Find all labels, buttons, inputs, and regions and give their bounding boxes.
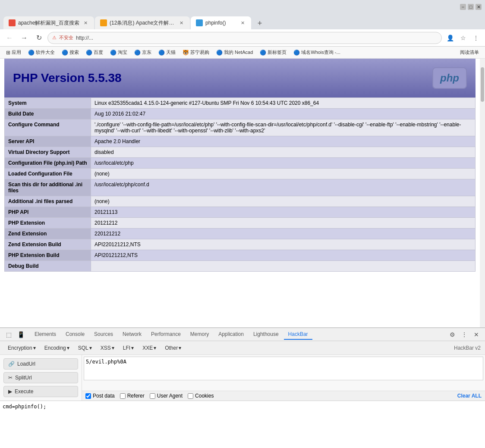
taobao-icon: 🔵 bbox=[110, 50, 117, 56]
hackbar-menu-other[interactable]: Other ▾ bbox=[161, 343, 185, 353]
post-data-label: Post data bbox=[93, 393, 115, 399]
referer-checkbox[interactable] bbox=[120, 393, 126, 399]
page-content-area: PHP Version 5.5.38 php SystemLinux e3253… bbox=[0, 59, 485, 327]
bookmark-search[interactable]: 🔵 搜索 bbox=[59, 48, 82, 56]
bookmark-baidu[interactable]: 🔵 百度 bbox=[83, 48, 106, 56]
bookmark-whois[interactable]: 🔵 域名Whois查询 -... bbox=[291, 48, 343, 56]
hackbar-url-input[interactable] bbox=[84, 357, 483, 380]
post-data-checkbox-label[interactable]: Post data bbox=[85, 393, 115, 399]
devtools-more-icon[interactable]: ⋮ bbox=[459, 329, 469, 340]
close-button[interactable]: ✕ bbox=[476, 4, 482, 10]
user-agent-checkbox-label[interactable]: User Agent bbox=[150, 393, 183, 399]
cookies-checkbox-label[interactable]: Cookies bbox=[188, 393, 214, 399]
bookmark-taobao[interactable]: 🔵 淘宝 bbox=[107, 48, 130, 56]
tab-close-phpinfo[interactable]: ✕ bbox=[239, 19, 246, 26]
tab-close-csdn[interactable]: ✕ bbox=[178, 19, 185, 26]
table-row: PHP Extension20121212 bbox=[5, 218, 476, 229]
tab-favicon-csdn bbox=[100, 19, 107, 26]
hackbar-menu-xxe[interactable]: XXE ▾ bbox=[139, 343, 160, 353]
hackbar-post-textarea[interactable] bbox=[0, 401, 485, 448]
devtools-close-icon[interactable]: ✕ bbox=[471, 329, 482, 340]
cookies-checkbox[interactable] bbox=[188, 393, 193, 399]
clear-all-button[interactable]: Clear ALL bbox=[457, 393, 482, 399]
refresh-button[interactable]: ↻ bbox=[33, 32, 45, 44]
devtools-device-icon[interactable]: 📱 bbox=[16, 329, 26, 340]
devtools-tab-lighthouse[interactable]: Lighthouse bbox=[249, 329, 283, 340]
devtools-tab-network[interactable]: Network bbox=[118, 329, 146, 340]
page-scrollbar[interactable] bbox=[480, 59, 485, 327]
tab-label-apache: apache解析漏洞_百度搜索 bbox=[18, 19, 79, 27]
bookmark-suning[interactable]: 🐯 苏宁易购 bbox=[180, 48, 212, 56]
tab-close-apache[interactable]: ✕ bbox=[82, 19, 89, 26]
bookmark-apps[interactable]: ⊞ 应用 bbox=[3, 48, 24, 56]
devtools-tab-performance[interactable]: Performance bbox=[147, 329, 185, 340]
bookmark-whois-label: 域名Whois查询 -... bbox=[301, 49, 340, 56]
devtools-tab-sources[interactable]: Sources bbox=[90, 329, 117, 340]
bookmarks-bar: ⊞ 应用 🔵 软件大全 🔵 搜索 🔵 百度 🔵 淘宝 🔵 京东 🔵 天猫 🐯 苏… bbox=[0, 47, 485, 59]
split-url-button[interactable]: ✂ SplitUrl bbox=[3, 372, 78, 383]
table-cell-label: Build Date bbox=[5, 109, 91, 119]
bookmark-tianmao[interactable]: 🔵 天猫 bbox=[156, 48, 178, 56]
table-cell-label: System bbox=[5, 98, 91, 109]
nav-bar: ← → ↻ ⚠ 不安全 http://... 👤 ☆ ⋮ bbox=[0, 29, 485, 47]
maximize-button[interactable]: □ bbox=[468, 4, 474, 10]
address-bar[interactable]: ⚠ 不安全 http://... bbox=[47, 32, 442, 44]
hackbar-menu-lfi[interactable]: LFI ▾ bbox=[120, 343, 137, 353]
hackbar-menu-sql[interactable]: SQL ▾ bbox=[75, 343, 95, 353]
scroll-thumb[interactable] bbox=[481, 67, 484, 102]
tab-csdn[interactable]: (12条消息) Apache文件解析漏... ✕ bbox=[95, 16, 190, 29]
forward-button[interactable]: → bbox=[18, 32, 30, 44]
devtools-tab-memory[interactable]: Memory bbox=[186, 329, 213, 340]
tab-phpinfo[interactable]: phpinfo() ✕ bbox=[191, 16, 251, 29]
devtools-tab-application[interactable]: Application bbox=[214, 329, 248, 340]
hackbar-menu-encoding[interactable]: Encoding ▾ bbox=[41, 343, 73, 353]
window-controls[interactable]: − □ ✕ bbox=[460, 4, 482, 10]
table-cell-value: /usr/local/etc/php/conf.d bbox=[91, 179, 476, 196]
hackbar-encryption-arrow: ▾ bbox=[33, 345, 36, 351]
execute-label: Execute bbox=[15, 388, 33, 395]
table-cell-label: Scan this dir for additional .ini files bbox=[5, 179, 91, 196]
table-cell-value: (none) bbox=[91, 196, 476, 207]
php-content: PHP Version 5.5.38 php SystemLinux e3253… bbox=[0, 59, 480, 327]
hackbar-action-buttons: 🔗 LoadUrl ✂ SplitUrl ▶ Execute bbox=[0, 355, 82, 401]
bookmark-newtab[interactable]: 🔵 新标签页 bbox=[257, 48, 289, 56]
table-cell-value: 220121212 bbox=[91, 229, 476, 239]
hackbar-menu-xss[interactable]: XSS ▾ bbox=[97, 343, 118, 353]
table-row: Zend Extension220121212 bbox=[5, 229, 476, 239]
user-agent-checkbox[interactable] bbox=[150, 393, 155, 399]
hackbar-xss-label: XSS bbox=[101, 345, 111, 351]
referer-checkbox-label[interactable]: Referer bbox=[120, 393, 145, 399]
devtools-settings-icon[interactable]: ⚙ bbox=[447, 329, 457, 340]
menu-icon[interactable]: ⋮ bbox=[470, 32, 482, 44]
devtools-tab-console[interactable]: Console bbox=[61, 329, 89, 340]
split-url-icon: ✂ bbox=[8, 375, 13, 381]
execute-button[interactable]: ▶ Execute bbox=[3, 386, 78, 397]
search-icon: 🔵 bbox=[62, 50, 68, 56]
hackbar-menu-encryption[interactable]: Encryption ▾ bbox=[4, 343, 39, 353]
table-row: Loaded Configuration File(none) bbox=[5, 169, 476, 179]
table-cell-value: (none) bbox=[91, 169, 476, 179]
load-url-button[interactable]: 🔗 LoadUrl bbox=[3, 358, 78, 370]
hackbar-right-panel: Post data Referer User Agent Cookies C bbox=[82, 355, 485, 401]
hackbar-encoding-arrow: ▾ bbox=[67, 345, 69, 351]
profile-icon[interactable]: 👤 bbox=[444, 32, 456, 44]
bookmark-readinglist[interactable]: 阅读清单 bbox=[457, 48, 482, 56]
bookmark-jd[interactable]: 🔵 京东 bbox=[132, 48, 154, 56]
table-row: Configure Command'./configure' '--with-c… bbox=[5, 119, 476, 136]
back-button[interactable]: ← bbox=[3, 32, 16, 44]
hackbar-url-area bbox=[82, 355, 485, 391]
table-cell-value: API20121212,NTS bbox=[91, 250, 476, 261]
bookmark-netacad[interactable]: 🔵 我的 NetAcad bbox=[214, 48, 255, 56]
tab-apache[interactable]: apache解析漏洞_百度搜索 ✕ bbox=[3, 16, 94, 29]
star-icon[interactable]: ☆ bbox=[457, 32, 469, 44]
devtools-inspect-icon[interactable]: ⬚ bbox=[3, 329, 14, 340]
devtools-tab-elements[interactable]: Elements bbox=[30, 329, 60, 340]
bookmark-tianmao-label: 天猫 bbox=[166, 49, 176, 56]
table-cell-label: Configuration File (php.ini) Path bbox=[5, 158, 91, 169]
new-tab-button[interactable]: + bbox=[254, 17, 266, 29]
tab-label-phpinfo: phpinfo() bbox=[205, 20, 236, 26]
devtools-tab-hackbar[interactable]: HackBar bbox=[284, 329, 312, 340]
minimize-button[interactable]: − bbox=[460, 4, 466, 10]
post-data-checkbox[interactable] bbox=[85, 393, 91, 399]
bookmark-software[interactable]: 🔵 软件大全 bbox=[25, 48, 57, 56]
